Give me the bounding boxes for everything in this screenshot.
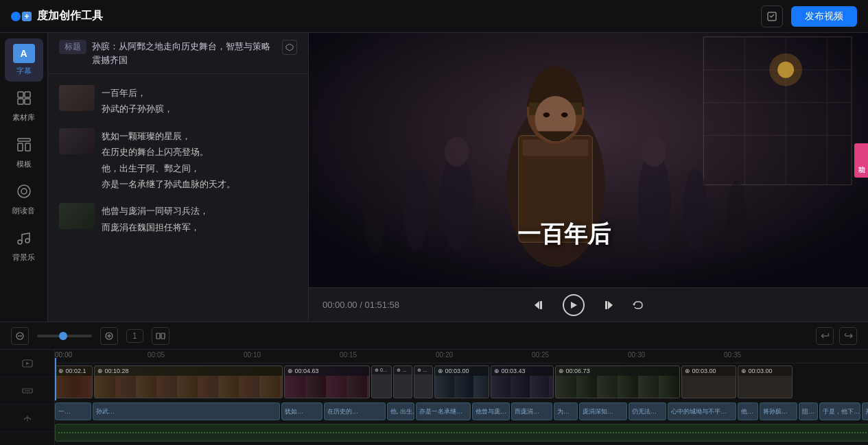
- music-icon: [16, 230, 32, 250]
- loop-button[interactable]: [631, 298, 645, 312]
- video-controls: 00:00.00 / 01:51:58: [309, 287, 868, 322]
- svg-point-8: [18, 185, 30, 197]
- subtitle-clip[interactable]: 犹如…: [281, 402, 322, 420]
- svg-marker-39: [535, 301, 539, 309]
- video-clip[interactable]: ⊕ 00:0: [371, 365, 392, 398]
- clip-duration: ⊕ 00:04.63: [285, 366, 369, 376]
- script-line: 一百年后，: [102, 85, 297, 101]
- video-clip[interactable]: ⊕ 00:01: [414, 365, 433, 398]
- svg-point-31: [642, 137, 666, 167]
- video-clip[interactable]: ⊕ 00:10.28: [94, 365, 283, 398]
- svg-marker-41: [571, 302, 577, 309]
- title-badge: 标题: [59, 40, 86, 54]
- timeline-counter: 1: [126, 329, 143, 343]
- redo-button[interactable]: ↪: [839, 327, 857, 345]
- narration-icon: [16, 183, 32, 203]
- subtitle-clip[interactable]: 将孙膑…: [760, 402, 797, 420]
- svg-rect-1: [18, 92, 23, 97]
- svg-rect-51: [161, 333, 165, 339]
- app-logo: + 度加创作工具: [11, 9, 103, 23]
- subtitle-clip[interactable]: 在历史的…: [324, 402, 386, 420]
- publish-button[interactable]: 发布视频: [791, 6, 857, 27]
- video-clip[interactable]: ⊕ 00:06.73: [555, 365, 680, 398]
- script-thumbnail: [59, 203, 95, 229]
- timeline-minus-button[interactable]: [11, 327, 29, 345]
- subtitle-clip[interactable]: 他…: [738, 402, 758, 420]
- svg-point-35: [727, 180, 747, 254]
- svg-rect-7: [25, 143, 30, 151]
- video-clip[interactable]: ⊕ 00:03.00: [681, 365, 736, 398]
- sidebar: A 字幕 素材库 模板: [0, 33, 48, 322]
- notification-button[interactable]: [761, 5, 783, 27]
- svg-point-11: [25, 239, 30, 243]
- clip-frames: [56, 376, 92, 398]
- script-line: 他，出生于阿、鄄之间，: [102, 160, 297, 176]
- subtitle-clip[interactable]: 他曾与庞…: [472, 402, 510, 420]
- clip-duration: ⊕ 00:03.00: [738, 366, 792, 376]
- subtitle-clip[interactable]: 仍无法…: [629, 402, 666, 420]
- logo-plus: +: [22, 12, 32, 21]
- subtitle-clip[interactable]: 一…: [55, 402, 91, 420]
- video-clip[interactable]: ⊕ 00:04.63: [284, 365, 370, 398]
- total-time: 01:51:58: [364, 300, 399, 310]
- script-list: 一百年后， 孙武的子孙孙膑， 犹如一颗璀璨的星辰， 在历史的舞台上闪亮登场。 他…: [48, 74, 308, 322]
- subtitle-clip[interactable]: 于是，他下…: [819, 402, 860, 420]
- sidebar-item-subtitle[interactable]: A 字幕: [5, 38, 43, 82]
- video-clip[interactable]: ⊕ 00:03.00: [434, 365, 489, 398]
- split-button[interactable]: [152, 327, 169, 345]
- subtitle-clip[interactable]: 他, 出生…: [387, 402, 414, 420]
- svg-point-37: [777, 62, 794, 78]
- track-scroll-area[interactable]: 00:00 00:05 00:10 00:15 00:20 00:25 00:3…: [55, 350, 868, 445]
- header-actions: 发布视频: [761, 5, 857, 27]
- timeline-section: 1 ↩ ↪ 00:0: [0, 322, 868, 445]
- audio-waveform: [55, 424, 868, 442]
- clip-duration: ⊕ 00:0: [372, 366, 391, 374]
- script-line: 亦是一名承继了孙武血脉的天才。: [102, 176, 297, 192]
- svg-rect-50: [156, 333, 160, 339]
- sidebar-item-materials[interactable]: 素材库: [5, 84, 43, 128]
- subtitle-clip[interactable]: 庞涓深知…: [579, 402, 627, 420]
- subtitle-clip[interactable]: 阻…: [799, 402, 818, 420]
- editor-panel: 标题 孙膑：从阿鄄之地走向历史舞台，智慧与策略震撼齐国 一百年后， 孙武的子孙孙…: [48, 33, 309, 322]
- skip-forward-button[interactable]: [601, 298, 615, 312]
- header: + 度加创作工具 发布视频: [0, 0, 868, 33]
- script-item[interactable]: 一百年后， 孙武的子孙孙膑，: [48, 80, 308, 123]
- script-thumbnail: [59, 85, 95, 111]
- script-item[interactable]: 他曾与庞涓一同研习兵法， 而庞涓在魏国担任将军，: [48, 197, 308, 241]
- expand-button[interactable]: [282, 40, 297, 55]
- subtitle-clip[interactable]: 而庞涓…: [511, 402, 552, 420]
- wave-visualization: [58, 432, 868, 433]
- subtitle-clip[interactable]: 孙武…: [93, 402, 280, 420]
- script-line: 在历史的舞台上闪亮登场。: [102, 144, 297, 160]
- svg-text:一百年后: 一百年后: [517, 221, 611, 247]
- video-clip[interactable]: ⊕ 00:02.1: [55, 365, 93, 398]
- subtitle-clip[interactable]: 心中的城坳与不平…: [668, 402, 736, 420]
- skip-back-button[interactable]: [532, 298, 546, 312]
- sidebar-item-music[interactable]: 背景乐: [5, 224, 43, 268]
- time-display: 00:00.00 / 01:51:58: [322, 300, 399, 310]
- sidebar-item-template[interactable]: 模板: [5, 131, 43, 175]
- script-item[interactable]: 犹如一颗璀璨的星辰， 在历史的舞台上闪亮登场。 他，出生于阿、鄄之间， 亦是一名…: [48, 123, 308, 198]
- subtitle-clip[interactable]: 为…: [554, 402, 578, 420]
- subtitle-clip[interactable]: 亦是一名承继…: [416, 402, 471, 420]
- script-line: 孙武的子孙孙膑，: [102, 101, 297, 117]
- clip-duration: ⊕ 00:10.28: [95, 366, 282, 376]
- timeline-plus-button[interactable]: [100, 327, 118, 345]
- sidebar-item-narration[interactable]: 朗读音: [5, 178, 43, 221]
- video-clip[interactable]: ⊕ 00:03.00: [738, 365, 793, 398]
- title-text: 孙膑：从阿鄄之地走向历史舞台，智慧与策略震撼齐国: [92, 40, 277, 67]
- video-clip[interactable]: ⊕ 00:03.43: [491, 365, 554, 398]
- play-button[interactable]: [563, 294, 585, 316]
- svg-rect-4: [25, 99, 30, 104]
- svg-point-29: [445, 137, 469, 167]
- logo-dot: [11, 12, 21, 21]
- undo-button[interactable]: ↩: [816, 327, 834, 345]
- video-clip[interactable]: ⊕ 00:01: [393, 365, 412, 398]
- script-line: 而庞涓在魏国担任将军，: [102, 219, 297, 235]
- subtitle-clip[interactable]: 并在…: [862, 402, 868, 420]
- right-panel-button[interactable]: 功能: [854, 143, 868, 178]
- svg-point-26: [543, 112, 550, 117]
- track-labels: [0, 350, 55, 445]
- svg-rect-40: [540, 301, 542, 309]
- script-text-group: 犹如一颗璀璨的星辰， 在历史的舞台上闪亮登场。 他，出生于阿、鄄之间， 亦是一名…: [102, 128, 297, 193]
